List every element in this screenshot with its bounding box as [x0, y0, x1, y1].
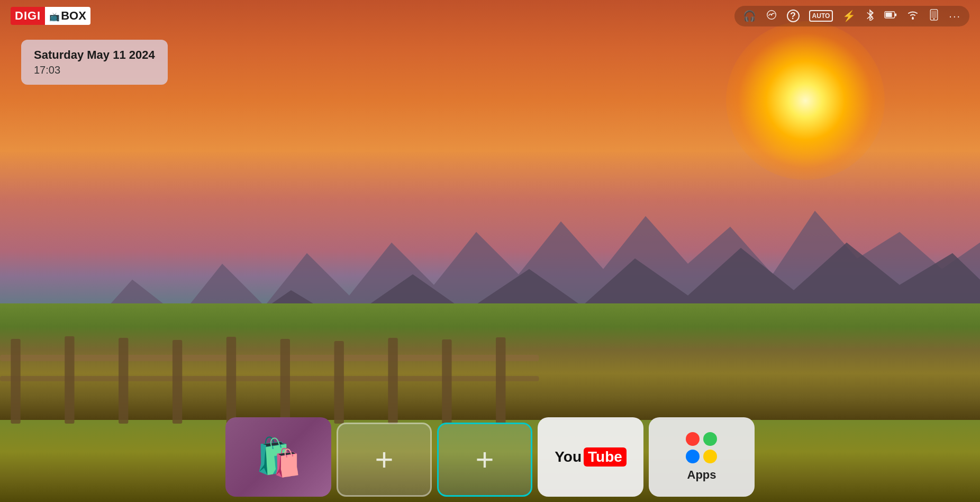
svg-rect-6 [65, 336, 74, 424]
apps-label: Apps [687, 468, 716, 482]
svg-rect-13 [442, 339, 451, 424]
apps-dots-grid [686, 432, 718, 464]
apps-icon: Apps [649, 417, 755, 497]
svg-rect-18 [886, 12, 892, 17]
logo: DIGI BOX [11, 7, 90, 25]
youtube-tube-text: Tube [584, 447, 627, 467]
youtube-you-text: You [555, 449, 582, 465]
phone-icon[interactable] [929, 9, 939, 23]
svg-rect-22 [931, 11, 937, 18]
svg-rect-4 [0, 376, 539, 381]
plus-icon-1: + [375, 444, 393, 476]
fence [0, 318, 539, 424]
time-display: 17:03 [34, 64, 155, 76]
add-slot-1[interactable]: + [337, 423, 432, 497]
help-icon[interactable]: ? [787, 10, 800, 22]
youtube-icon: You Tube [538, 417, 643, 497]
headphones-icon[interactable]: 🎧 [743, 10, 756, 22]
add-slot-2-tile: + [437, 423, 532, 497]
svg-point-23 [933, 18, 935, 20]
svg-rect-10 [280, 339, 290, 424]
date-display: Saturday May 11 2024 [34, 48, 155, 62]
battery-icon[interactable] [884, 10, 897, 23]
logo-digi: DIGI [11, 7, 45, 25]
svg-rect-19 [895, 13, 896, 16]
bluetooth-icon[interactable] [865, 9, 875, 23]
wifi-icon[interactable] [906, 10, 919, 23]
status-bar: 🎧 ? AUTO ⚡ [734, 6, 969, 26]
add-slot-2[interactable]: + [437, 423, 532, 497]
more-icon[interactable]: ··· [949, 10, 961, 22]
bottom-dock: 🛍️ + + You Tube Apps [215, 417, 765, 497]
apps-dot-green [703, 432, 717, 446]
svg-rect-8 [173, 340, 182, 424]
svg-point-20 [912, 17, 914, 20]
auto-icon[interactable]: AUTO [809, 10, 833, 22]
apps-dot-red [686, 432, 700, 446]
appstore-icon: 🛍️ [225, 417, 331, 497]
svg-rect-14 [496, 337, 505, 424]
svg-rect-11 [334, 341, 344, 424]
logo-box: BOX [45, 7, 90, 25]
datetime-widget: Saturday May 11 2024 17:03 [21, 40, 168, 85]
appstore-tile[interactable]: 🛍️ [225, 417, 331, 497]
svg-rect-7 [119, 338, 128, 424]
top-bar: DIGI BOX 🎧 ? AUTO ⚡ [0, 0, 980, 32]
svg-rect-9 [226, 337, 236, 424]
youtube-tile[interactable]: You Tube [538, 417, 643, 497]
svg-point-16 [770, 14, 772, 15]
plus-icon-2: + [475, 444, 494, 476]
svg-rect-12 [388, 338, 397, 424]
svg-rect-3 [0, 355, 539, 361]
apps-dot-yellow [703, 450, 717, 463]
sun-glow [726, 21, 885, 180]
speedometer-icon[interactable] [766, 9, 777, 23]
add-slot-1-tile: + [337, 423, 432, 497]
svg-rect-5 [11, 339, 20, 424]
apps-tile[interactable]: Apps [649, 417, 755, 497]
lightning-icon[interactable]: ⚡ [842, 10, 856, 22]
apps-dot-blue [686, 450, 700, 463]
